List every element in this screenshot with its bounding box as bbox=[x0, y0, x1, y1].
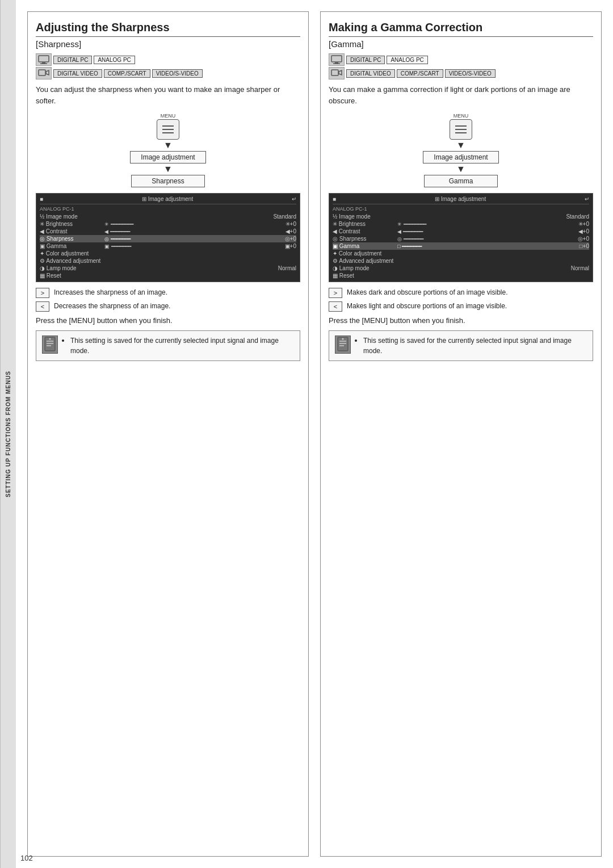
right-menu-icon-box: MENU bbox=[450, 113, 472, 140]
left-osd-row-3: ◎ Sharpness ◎ ━━━━━━━ ◎+0 bbox=[40, 235, 296, 242]
right-osd-label-4: ▣ Gamma bbox=[333, 243, 395, 249]
badge-analog-pc-left: ANALOG PC bbox=[94, 56, 135, 64]
right-subtitle: [Gamma] bbox=[329, 39, 593, 49]
right-arrow-2: ▼ bbox=[456, 165, 465, 174]
left-osd-bar-1: ✳ ━━━━━━━━ bbox=[102, 221, 285, 227]
left-osd-label-3: ◎ Sharpness bbox=[40, 236, 102, 242]
left-key-row-increase: > Increases the sharpness of an image. bbox=[36, 288, 300, 298]
svg-point-19 bbox=[342, 338, 344, 340]
right-osd-small-icon: ■ bbox=[333, 196, 336, 202]
left-note-box: This setting is saved for the currently … bbox=[36, 330, 300, 361]
right-key-row-decrease: < Makes light and obscure portions of an… bbox=[329, 301, 593, 312]
svg-point-9 bbox=[49, 338, 51, 340]
right-key-desc-increase: Makes dark and obscure portions of an im… bbox=[347, 288, 507, 297]
left-osd-title-label: ANALOG PC-1 bbox=[40, 206, 296, 212]
right-osd-back: ↵ bbox=[585, 196, 589, 202]
left-osd-row-2: ◀ Contrast ◀ ━━━━━━━ ◀+0 bbox=[40, 228, 296, 235]
right-osd-row-5: ✦ Color adjustment bbox=[333, 250, 589, 257]
right-osd-value-0: Standard bbox=[566, 213, 589, 220]
left-osd-label-4: ▣ Gamma bbox=[40, 243, 102, 249]
svg-marker-4 bbox=[46, 70, 49, 75]
left-osd-value-3: ◎+0 bbox=[285, 236, 296, 242]
main-content: Adjusting the Sharpness [Sharpness] DIGI… bbox=[16, 0, 613, 868]
right-osd-label-5: ✦ Color adjustment bbox=[333, 250, 395, 257]
right-press-text: Press the [MENU] button when you finish. bbox=[329, 316, 593, 325]
right-osd-bar-3: ◎ ━━━━━━━ bbox=[395, 236, 578, 242]
right-osd-row-6: ⚙ Advanced adjustment bbox=[333, 257, 589, 265]
right-monitor-icon bbox=[329, 53, 345, 66]
left-arrow-2: ▼ bbox=[163, 165, 173, 174]
left-osd-bar-4: ▣ ━━━━━━━ bbox=[102, 244, 285, 249]
right-note-list: This setting is saved for the currently … bbox=[355, 336, 587, 356]
page-container: SETTING UP FUNCTIONS FROM MENUS Adjustin… bbox=[0, 0, 613, 868]
right-osd-row-7: ◑ Lamp mode Normal bbox=[333, 265, 589, 272]
two-column-layout: Adjusting the Sharpness [Sharpness] DIGI… bbox=[27, 11, 602, 857]
left-osd-row-8: ▦ Reset bbox=[40, 272, 296, 279]
left-osd-value-0: Standard bbox=[273, 213, 296, 220]
right-osd-label-0: ½ Image mode bbox=[333, 213, 395, 220]
right-menu-label: MENU bbox=[454, 113, 469, 119]
left-menu-icon-box: MENU bbox=[157, 113, 179, 140]
left-osd-label-1: ✳ Brightness bbox=[40, 221, 102, 227]
right-key-btn-decrease[interactable]: < bbox=[329, 301, 342, 312]
left-monitor-icon bbox=[36, 53, 52, 66]
svg-rect-3 bbox=[39, 70, 45, 76]
left-osd-label-5: ✦ Color adjustment bbox=[40, 250, 102, 257]
left-menu-label: MENU bbox=[161, 113, 176, 119]
left-osd-title: ⊞ Image adjustment bbox=[142, 196, 193, 202]
right-key-btn-increase[interactable]: > bbox=[329, 288, 342, 298]
right-osd-value-7: Normal bbox=[571, 265, 589, 271]
left-arrow-1: ▼ bbox=[163, 141, 173, 150]
left-osd-title-row: ■ ⊞ Image adjustment ↵ bbox=[40, 196, 296, 204]
right-osd-label-8: ▦ Reset bbox=[333, 272, 395, 279]
left-badge-row-2: DIGITAL VIDEO COMP./SCART VIDEO/S-VIDEO bbox=[36, 67, 300, 79]
left-menu-icon bbox=[157, 119, 179, 140]
left-press-text: Press the [MENU] button when you finish. bbox=[36, 316, 300, 325]
right-input-badges: DIGITAL PC ANALOG PC DIGITAL VIDEO COMP.… bbox=[329, 53, 593, 79]
right-osd-value-2: ◀+0 bbox=[578, 228, 589, 234]
badge-comp-scart-right: COMP./SCART bbox=[397, 69, 443, 78]
right-osd-value-1: ✳+0 bbox=[578, 221, 589, 227]
right-osd-label-7: ◑ Lamp mode bbox=[333, 265, 395, 271]
right-key-row-increase: > Makes dark and obscure portions of an … bbox=[329, 288, 593, 298]
left-badge-row-1: DIGITAL PC ANALOG PC bbox=[36, 53, 300, 66]
left-video-icon bbox=[36, 67, 52, 79]
right-column: Making a Gamma Correction [Gamma] DIGITA… bbox=[320, 11, 602, 857]
right-flow-step2: Gamma bbox=[424, 175, 498, 187]
badge-digital-video-left: DIGITAL VIDEO bbox=[53, 69, 102, 78]
left-flow-step1: Image adjustment bbox=[130, 151, 205, 163]
right-note-icon bbox=[335, 336, 351, 354]
right-menu-flow: MENU ▼ Image adjustment ▼ Gamma bbox=[329, 113, 593, 187]
left-osd-bar-2: ◀ ━━━━━━━ bbox=[102, 229, 285, 234]
badge-digital-pc-right: DIGITAL PC bbox=[346, 56, 385, 64]
left-key-legend: > Increases the sharpness of an image. <… bbox=[36, 288, 300, 312]
left-description: You can adjust the sharpness when you wa… bbox=[36, 84, 300, 106]
badge-comp-scart-left: COMP./SCART bbox=[104, 69, 150, 78]
right-osd-bar-1: ✳ ━━━━━━━━ bbox=[395, 221, 578, 227]
left-osd-row-0: ½ Image mode Standard bbox=[40, 213, 296, 220]
right-badge-row-2: DIGITAL VIDEO COMP./SCART VIDEO/S-VIDEO bbox=[329, 67, 593, 79]
right-title: Making a Gamma Correction bbox=[329, 21, 593, 37]
right-osd-row-2: ◀ Contrast ◀ ━━━━━━━ ◀+0 bbox=[333, 228, 589, 235]
right-osd-row-4: ▣ Gamma □ ━━━━━━━ □+0 bbox=[333, 242, 589, 250]
right-osd-label-2: ◀ Contrast bbox=[333, 228, 395, 234]
right-key-legend: > Makes dark and obscure portions of an … bbox=[329, 288, 593, 312]
left-key-btn-increase[interactable]: > bbox=[36, 288, 49, 298]
left-osd-value-1: ✳+0 bbox=[285, 221, 296, 227]
svg-rect-13 bbox=[331, 70, 338, 76]
left-osd-row-1: ✳ Brightness ✳ ━━━━━━━━ ✳+0 bbox=[40, 220, 296, 228]
left-subtitle: [Sharpness] bbox=[36, 39, 300, 49]
right-osd-label-1: ✳ Brightness bbox=[333, 221, 395, 227]
left-osd-panel: ■ ⊞ Image adjustment ↵ ANALOG PC-1 ½ Ima… bbox=[36, 193, 300, 282]
right-osd-value-3: ◎+0 bbox=[578, 236, 589, 242]
left-key-btn-decrease[interactable]: < bbox=[36, 301, 49, 312]
left-key-desc-decrease: Decreases the sharpness of an image. bbox=[54, 301, 170, 311]
left-osd-row-5: ✦ Color adjustment bbox=[40, 250, 296, 257]
left-key-row-decrease: < Decreases the sharpness of an image. bbox=[36, 301, 300, 312]
right-osd-bar-2: ◀ ━━━━━━━ bbox=[395, 229, 578, 234]
right-osd-row-8: ▦ Reset bbox=[333, 272, 589, 279]
right-arrow-1: ▼ bbox=[456, 141, 465, 150]
left-note-icon bbox=[42, 336, 58, 354]
left-osd-label-8: ▦ Reset bbox=[40, 272, 102, 279]
badge-digital-pc-left: DIGITAL PC bbox=[53, 56, 92, 64]
